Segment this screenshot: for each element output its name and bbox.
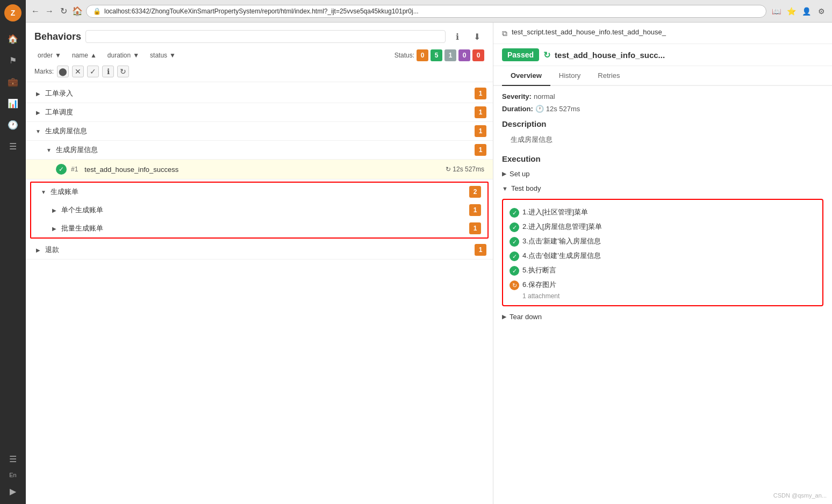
test-item-add-house[interactable]: ✓ #1 test_add_house_info_success ↻ 12s 5… [26, 160, 493, 179]
behaviors-header: Behaviors ℹ ⬇ order ▼ name ▲ duratio [26, 23, 493, 82]
sidebar-expand-icon[interactable]: ▶ [4, 483, 21, 500]
info-icon[interactable]: ℹ [450, 29, 465, 44]
reader-mode-button[interactable]: 📖 [770, 5, 783, 18]
tree-item-tuikuan[interactable]: ▶ 退款 1 [26, 241, 493, 260]
order-label: order [38, 52, 53, 59]
passed-badge: Passed [502, 48, 539, 61]
address-bar[interactable]: 🔒 localhost:63342/ZhongTouKeXinSmartProp… [86, 5, 766, 18]
settings-button[interactable]: ⚙ [815, 5, 828, 18]
step-2-icon: ✓ [510, 222, 519, 232]
tree-item-zhangdan[interactable]: ▼ 生成账单 2 [31, 183, 487, 201]
reload-button[interactable]: ↻ [58, 6, 69, 17]
tab-retries[interactable]: Retries [589, 66, 628, 86]
mark-check-btn[interactable]: ✓ [87, 66, 99, 77]
back-button[interactable]: ← [30, 6, 41, 17]
step-4-icon: ✓ [510, 251, 519, 261]
tree-label-gongdan-diaodu: 工单调度 [45, 107, 475, 117]
status-filter[interactable]: status ▼ [147, 50, 179, 61]
name-filter[interactable]: name ▲ [69, 50, 100, 61]
test-body-row[interactable]: ▼ Test body [502, 181, 823, 196]
right-content: Severity: normal Duration: 🕐 12s 527ms D… [493, 86, 832, 504]
tear-down-label: Tear down [510, 313, 542, 321]
step-1-icon: ✓ [510, 208, 519, 218]
count-fangwu-l1: 1 [475, 125, 486, 137]
behaviors-title-row: Behaviors ℹ ⬇ [34, 29, 484, 44]
test-duration: ↻ 12s 527ms [446, 165, 484, 173]
step-5: ✓ 5.执行断言 [510, 263, 816, 278]
red-outline-zhangdan: ▼ 生成账单 2 ▶ 单个生成账单 1 ▶ 批量生成账单 1 [30, 182, 489, 239]
severity-row: Severity: normal [502, 92, 823, 100]
download-icon[interactable]: ⬇ [469, 29, 484, 44]
toggle-icon-zhangdan: ▼ [40, 188, 47, 196]
sidebar-icon-menu1[interactable]: ☰ [4, 138, 21, 155]
step-2-text: 2.进入[房屋信息管理]菜单 [522, 222, 816, 232]
app-logo: Z [4, 4, 21, 21]
count-gongdan-diaodu: 1 [475, 106, 486, 118]
test-name: test_add_house_info_success [84, 165, 441, 174]
severity-value: normal [534, 92, 555, 100]
sidebar-icon-history[interactable]: 🕐 [4, 116, 21, 133]
status-text: Status: [395, 52, 414, 59]
tree-label-gongdan-luru: 工单录入 [45, 89, 475, 98]
duration-label: duration [107, 52, 131, 59]
tree-label-fangwu-l2: 生成房屋信息 [56, 145, 475, 155]
tree-item-dange-zhangdan[interactable]: ▶ 单个生成账单 1 [31, 201, 487, 219]
sidebar-icon-flag[interactable]: ⚑ [4, 52, 21, 69]
tree-label-piliang: 批量生成账单 [61, 224, 469, 233]
toggle-icon-dange: ▶ [51, 206, 58, 214]
tab-overview[interactable]: Overview [502, 66, 550, 86]
mark-refresh-btn[interactable]: ↻ [117, 66, 129, 77]
tree-item-fangwu-l1[interactable]: ▼ 生成房屋信息 1 [26, 122, 493, 141]
count-dange: 1 [469, 204, 481, 216]
sidebar-icon-work[interactable]: 💼 [4, 73, 21, 90]
step-1-text: 1.进入[社区管理]菜单 [522, 207, 816, 217]
duration-value: 12s 527ms [546, 105, 580, 113]
step-3: ✓ 3.点击'新建'输入房屋信息 [510, 234, 816, 249]
description-title: Description [502, 119, 823, 128]
test-num: #1 [71, 165, 78, 173]
language-selector[interactable]: En [9, 472, 16, 478]
browser-bar: ← → ↻ 🏠 🔒 localhost:63342/ZhongTouKeXinS… [26, 0, 832, 23]
toggle-icon-gongdan-diaodu: ▶ [34, 109, 42, 116]
tree-item-fangwu-l2[interactable]: ▼ 生成房屋信息 1 [26, 141, 493, 160]
browser-actions: 📖 ⭐ 👤 ⚙ [770, 5, 828, 18]
profile-button[interactable]: 👤 [800, 5, 813, 18]
test-body-content: ✓ 1.进入[社区管理]菜单 ✓ 2.进入[房屋信息管理]菜单 ✓ 3.点击'新… [502, 199, 823, 306]
name-label: name [72, 52, 88, 59]
right-path-title: test_script.test_add_house_info.test_add… [512, 28, 823, 36]
tear-down-row[interactable]: ▶ Tear down [502, 309, 823, 324]
order-filter[interactable]: order ▼ [34, 50, 64, 61]
mark-circle-btn[interactable]: ⬤ [57, 66, 69, 77]
setup-row[interactable]: ▶ Set up [502, 167, 823, 181]
status-badge-0: 0 [417, 49, 428, 61]
severity-label: Severity: [502, 92, 532, 100]
count-fangwu-l2: 1 [475, 144, 486, 156]
forward-button[interactable]: → [44, 6, 55, 17]
test-full-name: test_add_house_info_succ... [555, 51, 665, 60]
count-piliang: 1 [469, 222, 481, 234]
left-panel: Behaviors ℹ ⬇ order ▼ name ▲ duratio [26, 23, 493, 504]
name-chevron-icon: ▲ [90, 52, 97, 59]
step-6-icon: ↻ [510, 280, 519, 290]
test-full-title-row: Passed ↻ test_add_house_info_succ... [493, 44, 832, 66]
toggle-icon-fangwu-l1: ▼ [34, 127, 42, 135]
step-6-text: 6.保存图片 [522, 280, 816, 290]
sidebar-icon-chart[interactable]: 📊 [4, 95, 21, 112]
tree-item-gongdan-diaodu[interactable]: ▶ 工单调度 1 [26, 103, 493, 122]
home-button[interactable]: 🏠 [72, 6, 83, 17]
tab-history[interactable]: History [550, 66, 589, 86]
tree-item-gongdan-luru[interactable]: ▶ 工单录入 1 [26, 84, 493, 103]
duration-filter[interactable]: duration ▼ [104, 50, 142, 61]
setup-label: Set up [510, 170, 530, 178]
step-1: ✓ 1.进入[社区管理]菜单 [510, 205, 816, 220]
sidebar-icon-home[interactable]: 🏠 [4, 30, 21, 47]
tree-item-piliang-zhangdan[interactable]: ▶ 批量生成账单 1 [31, 219, 487, 237]
sidebar-icon-menu2[interactable]: ☰ [4, 450, 21, 467]
behaviors-title: Behaviors [34, 31, 81, 42]
status-chevron-icon: ▼ [169, 52, 176, 59]
favorites-button[interactable]: ⭐ [785, 5, 798, 18]
search-input[interactable] [85, 30, 446, 43]
mark-x-btn[interactable]: ✕ [72, 66, 84, 77]
copy-icon[interactable]: ⧉ [502, 29, 507, 38]
mark-info-btn[interactable]: ℹ [102, 66, 114, 77]
